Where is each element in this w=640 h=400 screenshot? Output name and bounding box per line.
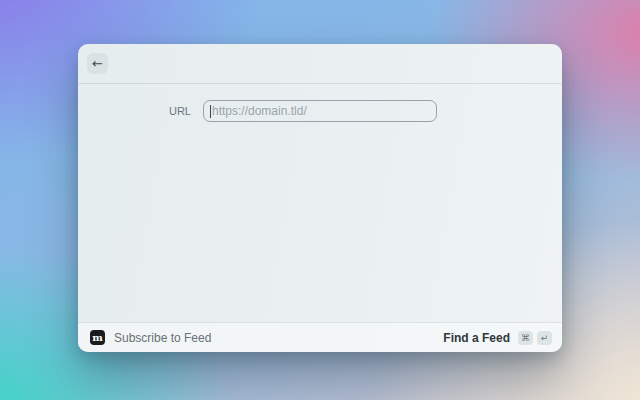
desktop-background: ← URL m Subscribe to Feed Find a Feed [0, 0, 640, 400]
action-bar: m Subscribe to Feed Find a Feed ⌘ ↵ [78, 322, 562, 352]
url-label: URL [78, 105, 191, 117]
window-header: ← [78, 44, 562, 84]
primary-action-button[interactable]: Find a Feed ⌘ ↵ [443, 331, 552, 345]
primary-action-label: Find a Feed [443, 331, 510, 345]
back-button[interactable]: ← [87, 53, 108, 74]
app-icon-letter: m [92, 331, 103, 345]
command-window: ← URL m Subscribe to Feed Find a Feed [78, 44, 562, 352]
url-form-row: URL [78, 100, 562, 122]
url-input-field[interactable] [211, 104, 430, 118]
return-key-glyph: ↵ [541, 331, 549, 345]
url-input[interactable] [203, 100, 437, 122]
back-arrow-icon: ← [92, 53, 103, 74]
command-title: Subscribe to Feed [114, 331, 211, 345]
command-key-glyph: ⌘ [521, 331, 530, 345]
command-key-icon: ⌘ [518, 331, 533, 345]
return-key-icon: ↵ [537, 331, 552, 345]
action-bar-left: m Subscribe to Feed [90, 330, 211, 345]
miniflux-app-icon: m [90, 330, 105, 345]
form-body: URL [78, 84, 562, 322]
